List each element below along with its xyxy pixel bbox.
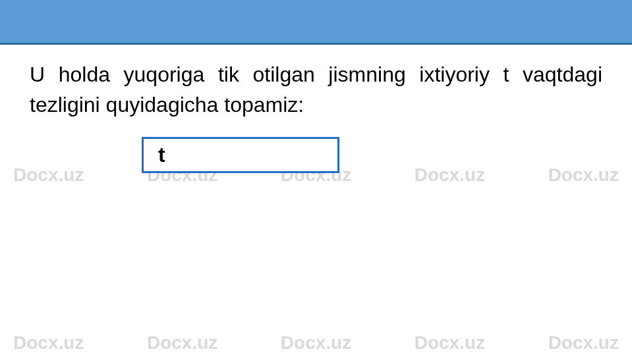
formula-content: t bbox=[158, 143, 165, 167]
main-paragraph: U holda yuqoriga tik otilgan jismning ix… bbox=[30, 59, 602, 120]
header-bar bbox=[0, 0, 632, 45]
watermark-text: Docx.uz bbox=[147, 332, 217, 353]
watermark-layer: Docx.uz Docx.uz Docx.uz Docx.uz Docx.uz … bbox=[0, 0, 632, 364]
watermark-text: Docx.uz bbox=[13, 165, 84, 186]
watermark-text: Docx.uz bbox=[548, 332, 619, 353]
watermark-text: Docx.uz bbox=[548, 165, 619, 186]
watermark-text: Docx.uz bbox=[415, 332, 485, 353]
formula-box: t bbox=[142, 137, 339, 173]
watermark-text: Docx.uz bbox=[13, 332, 84, 353]
watermark-text: Docx.uz bbox=[415, 165, 485, 186]
watermark-text: Docx.uz bbox=[281, 332, 351, 353]
content-area: U holda yuqoriga tik otilgan jismning ix… bbox=[30, 59, 602, 120]
watermark-row: Docx.uz Docx.uz Docx.uz Docx.uz Docx.uz bbox=[0, 332, 632, 353]
